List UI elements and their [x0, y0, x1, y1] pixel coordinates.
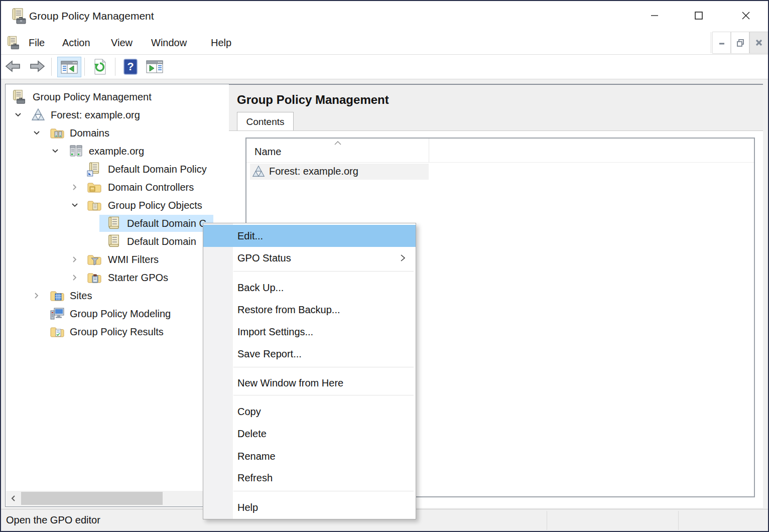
tree-item-default-domain-policy[interactable]: Default Domain Policy	[6, 160, 229, 178]
tree-item-domain-controllers[interactable]: Domain Controllers	[6, 178, 229, 196]
child-minimize-button[interactable]	[712, 32, 731, 54]
context-menu-refresh[interactable]: Refresh	[203, 467, 416, 489]
list-row-forest[interactable]: Forest: example.org	[250, 164, 429, 180]
tree-item-default-domain-controllers-policy[interactable]: Default Domain C	[6, 214, 229, 232]
tree-item-forest[interactable]: Forest: example.org	[6, 106, 229, 124]
tree-item-example-org[interactable]: example.org	[6, 142, 229, 160]
context-menu-separator	[233, 395, 414, 395]
action-pane-icon	[146, 60, 163, 74]
chevron-expanded-icon[interactable]	[71, 202, 78, 209]
scroll-left-icon	[11, 495, 17, 502]
console-tree-icon	[61, 60, 78, 74]
tree-item-label: Default Domain	[127, 236, 196, 247]
tree-item-group-policy-management[interactable]: Group Policy Management	[6, 88, 229, 106]
scrollbar-thumb[interactable]	[21, 492, 163, 505]
child-restore-icon	[736, 39, 744, 47]
tree-item-default-domain-policy-gpo[interactable]: Default Domain	[6, 232, 229, 250]
gpo-scroll-icon	[106, 216, 121, 231]
status-text: Open the GPO editor	[6, 509, 100, 531]
maximize-icon	[694, 11, 703, 20]
context-menu-item-label: GPO Status	[237, 252, 291, 264]
tree-item-wmi-filters[interactable]: WMI Filters	[6, 250, 229, 269]
context-menu-back-up[interactable]: Back Up...	[203, 277, 416, 299]
menu-file[interactable]: File	[26, 31, 48, 54]
chevron-expanded-icon[interactable]	[52, 148, 59, 155]
tree-item-group-policy-objects[interactable]: Group Policy Objects	[6, 196, 229, 214]
refresh-button[interactable]	[91, 58, 108, 76]
menu-bar: File Action View Window Help	[1, 31, 768, 55]
show-action-pane-button[interactable]	[145, 59, 165, 75]
menu-window[interactable]: Window	[148, 31, 190, 54]
context-menu-copy[interactable]: Copy	[203, 401, 416, 423]
context-menu-save-report[interactable]: Save Report...	[203, 343, 416, 365]
sort-ascending-icon	[334, 141, 342, 145]
domain-servers-icon	[68, 144, 83, 159]
context-menu-separator	[233, 271, 414, 272]
context-menu-edit[interactable]: Edit...	[203, 225, 416, 247]
context-menu-new-window-from-here[interactable]: New Window from Here	[203, 372, 416, 394]
title-bar: Group Policy Management	[1, 1, 768, 31]
context-menu-separator	[233, 367, 414, 367]
column-header-name[interactable]: Name	[254, 146, 281, 158]
menu-help[interactable]: Help	[208, 31, 234, 54]
context-menu-help[interactable]: Help	[203, 496, 416, 518]
child-close-icon	[755, 39, 762, 46]
scroll-left-button[interactable]	[6, 491, 21, 506]
chevron-expanded-icon[interactable]	[33, 129, 40, 137]
column-divider[interactable]	[429, 139, 429, 163]
tree-item-label: Forest: example.org	[51, 109, 140, 121]
child-restore-button[interactable]	[731, 32, 749, 54]
context-menu-import-settings[interactable]: Import Settings...	[203, 321, 416, 343]
tab-contents[interactable]: Contents	[237, 112, 294, 131]
maximize-button[interactable]	[687, 5, 710, 26]
menu-action[interactable]: Action	[59, 31, 93, 54]
chevron-expanded-icon[interactable]	[15, 111, 22, 118]
minimize-button[interactable]	[643, 5, 666, 26]
chevron-collapsed-icon[interactable]	[71, 184, 78, 191]
tree-item-label: Group Policy Objects	[108, 200, 202, 211]
tree-item-group-policy-results[interactable]: Group Policy Results	[6, 323, 229, 341]
tree-item-label: Group Policy Results	[70, 326, 164, 338]
group-policy-management-window: Group Policy Management File Action	[0, 0, 769, 532]
list-row-label: Forest: example.org	[269, 166, 358, 177]
menu-view[interactable]: View	[108, 31, 136, 54]
refresh-icon	[92, 59, 107, 75]
back-icon	[5, 60, 22, 73]
child-close-button[interactable]	[749, 32, 768, 54]
context-menu-delete[interactable]: Delete	[203, 423, 416, 445]
tree-horizontal-scrollbar[interactable]	[6, 491, 229, 506]
gpo-link-icon	[87, 162, 102, 177]
status-divider	[678, 511, 679, 530]
tree-item-label: Domains	[70, 127, 109, 139]
tree-item-domains[interactable]: Domains	[6, 124, 229, 142]
toolbar: ?	[1, 55, 768, 79]
context-menu-gpo-status[interactable]: GPO Status	[203, 247, 416, 269]
help-button[interactable]: ?	[123, 58, 138, 75]
context-menu-separator	[233, 491, 414, 491]
status-divider	[547, 511, 547, 530]
tree-item-label: Default Domain Policy	[108, 164, 207, 175]
chevron-collapsed-icon[interactable]	[71, 256, 78, 263]
forward-button[interactable]	[28, 59, 46, 74]
tree-item-group-policy-modeling[interactable]: Group Policy Modeling	[6, 305, 229, 323]
tree-item-label: Domain Controllers	[108, 182, 194, 193]
context-menu-rename[interactable]: Rename	[203, 445, 416, 467]
menubar-divider	[711, 32, 711, 53]
tree-item-starter-gpos[interactable]: Starter GPOs	[6, 269, 229, 287]
show-console-tree-button[interactable]	[57, 57, 81, 77]
submenu-arrow-icon	[401, 254, 406, 261]
console-icon	[7, 35, 20, 50]
chevron-collapsed-icon[interactable]	[33, 292, 40, 299]
context-menu-restore-from-backup[interactable]: Restore from Backup...	[203, 299, 416, 321]
close-icon	[741, 11, 750, 20]
results-folder-icon	[50, 324, 65, 339]
forest-icon	[31, 107, 46, 122]
back-button[interactable]	[4, 59, 22, 74]
close-button[interactable]	[734, 5, 757, 26]
chevron-collapsed-icon[interactable]	[71, 274, 78, 281]
gpo-context-menu: Edit... GPO Status Back Up... Restore fr…	[203, 223, 416, 519]
window-title: Group Policy Management	[29, 10, 154, 22]
list-header[interactable]: Name	[246, 139, 754, 163]
tree-item-label: Group Policy Management	[33, 91, 152, 103]
tree-item-sites[interactable]: Sites	[6, 287, 229, 305]
